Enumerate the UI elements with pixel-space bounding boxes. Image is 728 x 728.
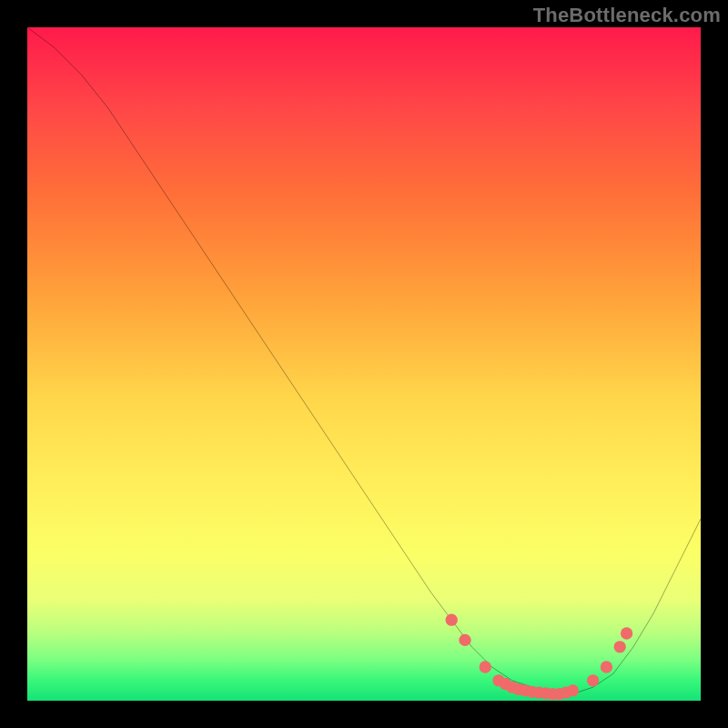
curve-path xyxy=(27,27,701,694)
marker-dot xyxy=(480,661,491,672)
marker-dot xyxy=(459,634,470,646)
chart-svg xyxy=(27,27,701,701)
marker-dot xyxy=(587,674,599,686)
chart-frame: TheBottleneck.com xyxy=(0,0,728,728)
marker-dot xyxy=(601,661,612,672)
marker-dot xyxy=(446,614,458,626)
watermark-text: TheBottleneck.com xyxy=(533,4,721,27)
marker-dot xyxy=(614,641,626,652)
marker-group xyxy=(446,614,633,701)
marker-dot xyxy=(567,684,579,696)
plot-area xyxy=(27,27,701,701)
marker-dot xyxy=(621,627,632,639)
